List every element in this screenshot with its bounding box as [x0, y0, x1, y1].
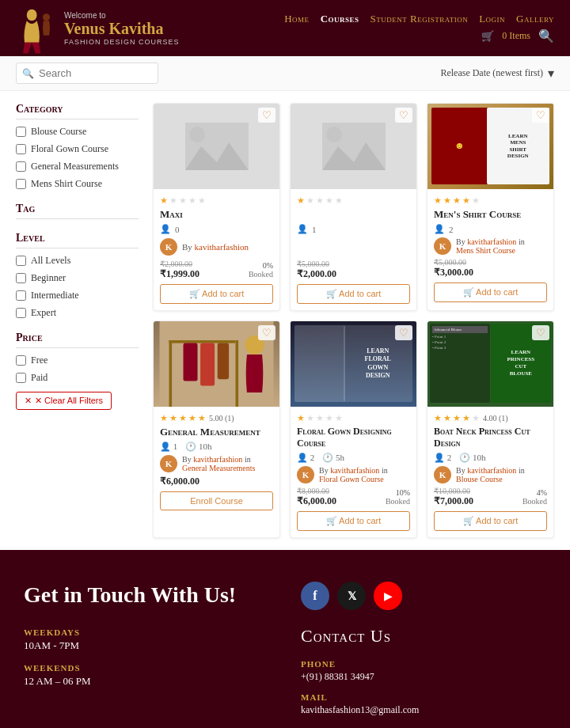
footer-heading: Get in Touch With Us!: [24, 582, 269, 609]
svg-point-0: [27, 9, 37, 21]
product-card: ♡ ★ ★ ★ ★ ★ 5.00 (1) General Measurement…: [153, 320, 280, 538]
product-image-floral: LEARNFLORALGOWNDESIGN ♡: [291, 321, 416, 407]
tag-title: Tag: [16, 203, 139, 219]
add-to-cart-button[interactable]: 🛒 Add to cart: [434, 511, 547, 531]
student-count: 0: [175, 225, 180, 234]
add-to-cart-button[interactable]: 🛒 Add to cart: [160, 284, 273, 304]
mail-label: Mail: [301, 692, 546, 702]
product-title: General Measurement: [160, 426, 273, 438]
mail-section: Mail kavithasfashion13@gmail.com: [301, 692, 546, 716]
enroll-course-button[interactable]: Enroll Course: [160, 491, 273, 510]
nav-login[interactable]: Login: [479, 13, 505, 25]
star-5: ★: [198, 413, 206, 423]
category-link[interactable]: Floral Gown Course: [319, 475, 384, 483]
category-general[interactable]: General Measurements: [16, 161, 139, 173]
wishlist-button[interactable]: ♡: [532, 325, 549, 340]
student-icon: 👤: [297, 224, 308, 234]
star-1: ★: [160, 195, 168, 206]
author-avatar: K: [297, 466, 314, 483]
nav-courses[interactable]: Courses: [321, 13, 359, 25]
star-2: ★: [306, 195, 314, 206]
price-paid-checkbox[interactable]: [16, 373, 26, 383]
sort-label: Release Date (newest first): [440, 67, 543, 79]
level-all-checkbox[interactable]: [16, 256, 26, 266]
category-link[interactable]: General Measurements: [182, 464, 255, 472]
author-link[interactable]: kavitharfashion: [193, 455, 242, 464]
author-link[interactable]: kavitharfashion: [330, 466, 379, 475]
weekends-section: Weekends 12 AM – 06 PM: [24, 663, 269, 688]
star-1: ★: [434, 195, 442, 206]
level-intermediate-label: Intermediate: [31, 290, 79, 301]
nav-student-registration[interactable]: Student Registration: [370, 13, 469, 25]
discount: 10%: [386, 488, 410, 497]
level-expert-checkbox[interactable]: [16, 308, 26, 318]
star-3: ★: [179, 195, 187, 206]
star-2: ★: [169, 195, 177, 206]
category-general-label: General Measurements: [31, 161, 119, 173]
level-beginner-checkbox[interactable]: [16, 273, 26, 283]
star-3: ★: [316, 413, 324, 423]
wishlist-button[interactable]: ♡: [395, 108, 412, 123]
wishlist-button[interactable]: ♡: [395, 325, 412, 340]
nav-home[interactable]: Home: [284, 13, 309, 25]
wishlist-button[interactable]: ♡: [532, 108, 549, 123]
level-all-label: All Levels: [31, 255, 70, 267]
clear-x-icon: ✕: [25, 396, 32, 406]
cart-count[interactable]: 0 Items: [502, 30, 530, 42]
weekends-label: Weekends: [24, 663, 269, 673]
price-paid[interactable]: Paid: [16, 372, 139, 384]
category-blouse[interactable]: Blouse Course: [16, 126, 139, 138]
twitter-x-icon[interactable]: 𝕏: [337, 582, 366, 610]
product-title: Floral Gown Designing Course: [297, 426, 410, 449]
clear-filters-button[interactable]: ✕ ✕ Clear All Filters: [16, 392, 112, 410]
star-5: ★: [472, 195, 480, 206]
product-card: 😊 LEARNMENSSHIRTDESIGN ♡ ★ ★ ★ ★ ★: [427, 103, 554, 311]
discount-badge: 0%: [249, 261, 273, 270]
category-floral-label: Floral Gown Course: [31, 143, 108, 155]
star-4: ★: [188, 413, 196, 423]
nav-gallery[interactable]: Gallery: [516, 13, 554, 25]
star-4: ★: [462, 413, 470, 423]
category-mens-checkbox[interactable]: [16, 179, 26, 189]
price-original: ₹10,000.00: [434, 487, 473, 495]
youtube-icon[interactable]: ▶: [374, 582, 402, 610]
author-link[interactable]: kavitharfashion: [195, 242, 249, 252]
level-all[interactable]: All Levels: [16, 255, 139, 267]
category-floral-checkbox[interactable]: [16, 144, 26, 154]
star-1: ★: [434, 413, 442, 423]
svg-rect-10: [169, 340, 236, 343]
svg-point-7: [326, 127, 342, 142]
wishlist-button[interactable]: ♡: [258, 108, 276, 123]
level-intermediate-checkbox[interactable]: [16, 290, 26, 301]
search-icon[interactable]: 🔍: [538, 28, 554, 44]
author-link[interactable]: kavitharfashion: [467, 466, 516, 475]
star-2: ★: [443, 195, 451, 206]
product-image-general: ♡: [154, 321, 279, 407]
level-expert[interactable]: Expert: [16, 307, 139, 319]
product-title: Men's Shirt Course: [434, 208, 547, 221]
weekdays-section: Weekdays 10AM - 7PM: [24, 628, 269, 652]
sort-chevron-icon[interactable]: ▾: [548, 66, 554, 81]
footer: Get in Touch With Us! Weekdays 10AM - 7P…: [0, 550, 570, 728]
price-free-checkbox[interactable]: [16, 355, 26, 366]
category-general-checkbox[interactable]: [16, 161, 26, 172]
search-input[interactable]: [16, 63, 158, 84]
price-free[interactable]: Free: [16, 355, 139, 366]
level-beginner[interactable]: Beginner: [16, 272, 139, 284]
facebook-icon[interactable]: f: [301, 582, 329, 610]
product-card: ♡ ★ ★ ★ ★ ★ Maxi 👤 0 K By kavitharfashio…: [153, 103, 280, 311]
price-current: ₹3,000.00: [434, 267, 473, 279]
wishlist-button[interactable]: ♡: [258, 325, 276, 340]
category-blouse-checkbox[interactable]: [16, 127, 26, 137]
category-mens[interactable]: Mens Shirt Course: [16, 178, 139, 190]
product-image-maxi: ♡: [154, 104, 279, 189]
level-intermediate[interactable]: Intermediate: [16, 290, 139, 301]
contact-title: Contact Us: [301, 626, 546, 646]
add-to-cart-button[interactable]: 🛒 Add to cart: [434, 282, 547, 302]
category-floral[interactable]: Floral Gown Course: [16, 143, 139, 155]
add-to-cart-button[interactable]: 🛒 Add to cart: [297, 511, 410, 531]
category-link[interactable]: Blouse Course: [456, 475, 503, 483]
category-link[interactable]: Mens Shirt Course: [456, 246, 515, 255]
author-link[interactable]: kavitharfashion: [467, 237, 516, 246]
add-to-cart-button[interactable]: 🛒 Add to cart: [297, 284, 410, 304]
